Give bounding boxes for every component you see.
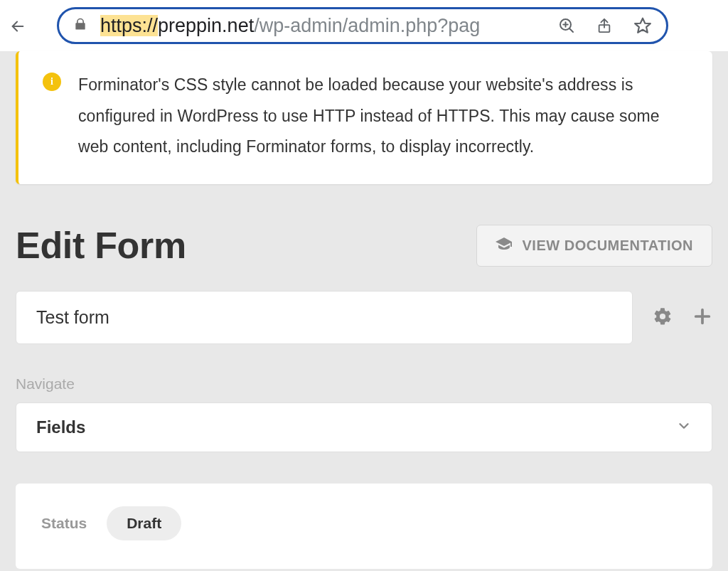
admin-area: i Forminator's CSS style cannot be loade… (0, 51, 728, 571)
navigate-label: Navigate (16, 375, 712, 393)
warning-text: Forminator's CSS style cannot be loaded … (78, 70, 684, 163)
chevron-down-icon (676, 418, 692, 437)
view-documentation-label: VIEW DOCUMENTATION (523, 238, 693, 254)
graduation-cap-icon (496, 237, 513, 255)
zoom-icon[interactable] (558, 17, 575, 34)
form-name-row: Test form (16, 291, 712, 344)
navigate-selected: Fields (36, 417, 85, 437)
svg-line-2 (570, 29, 574, 33)
status-label: Status (41, 515, 87, 532)
lock-icon (73, 16, 87, 35)
warning-notice: i Forminator's CSS style cannot be loade… (16, 51, 712, 184)
page-title: Edit Form (16, 224, 186, 267)
status-pill: Draft (107, 506, 181, 540)
settings-button[interactable] (653, 306, 673, 329)
back-button[interactable] (10, 14, 33, 37)
navigate-select[interactable]: Fields (16, 402, 712, 452)
view-documentation-button[interactable]: VIEW DOCUMENTATION (476, 225, 712, 267)
star-icon[interactable] (633, 16, 652, 35)
status-card: Status Draft (16, 484, 712, 569)
browser-chrome: https://preppin.net/wp-admin/admin.php?p… (0, 0, 728, 51)
page-header: Edit Form VIEW DOCUMENTATION (16, 224, 712, 267)
info-icon: i (43, 73, 61, 91)
form-name-input[interactable]: Test form (16, 291, 633, 344)
share-icon[interactable] (596, 17, 612, 34)
svg-marker-6 (635, 18, 651, 33)
add-button[interactable] (692, 306, 712, 329)
address-url: https://preppin.net/wp-admin/admin.php?p… (100, 15, 548, 37)
address-bar[interactable]: https://preppin.net/wp-admin/admin.php?p… (57, 7, 668, 44)
status-row: Status Draft (41, 506, 687, 540)
